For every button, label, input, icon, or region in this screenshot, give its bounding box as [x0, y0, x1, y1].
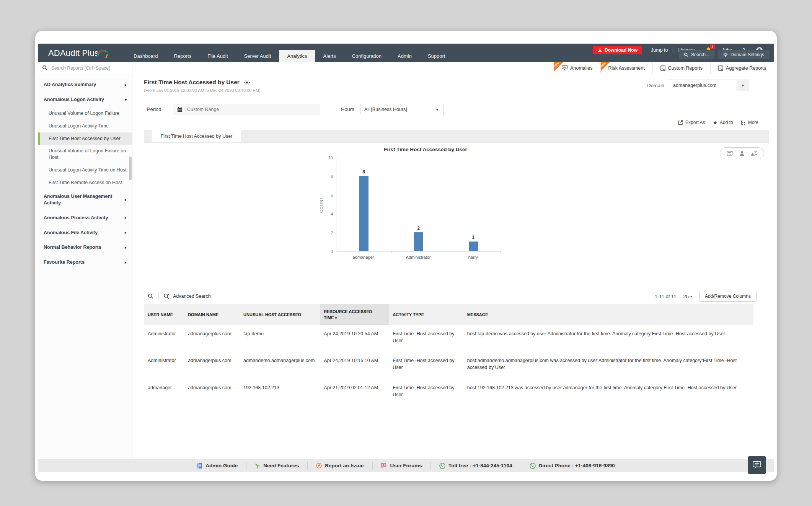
x-axis-tick	[501, 251, 501, 253]
tab-first-time-host-accessed[interactable]: First Time Host Accessed by User	[151, 130, 242, 142]
app-logo[interactable]: ADAudit Plus	[48, 46, 109, 60]
main-nav: Dashboard Reports File Audit Server Audi…	[126, 50, 453, 62]
live-chat-button[interactable]	[748, 456, 766, 474]
export-as-button[interactable]: Export As	[678, 120, 705, 125]
direct-phone[interactable]: Direct Phone : +1-408-916-9890	[521, 462, 623, 470]
more-tree-icon	[741, 120, 746, 125]
global-search-button[interactable]: Search...	[679, 50, 714, 59]
topbar-tools: Search... Domain Settings	[679, 50, 769, 59]
download-now-label: Download Now	[605, 47, 638, 53]
sidebar-item-anomalous-logon-activity[interactable]: Anomalous Logon Activity ▾	[38, 92, 132, 107]
page-size-value: 25	[683, 294, 688, 299]
export-icon	[678, 120, 683, 125]
sidebar-item-ad-analytics-summary[interactable]: AD Analytics Summary ▸	[38, 77, 132, 92]
nav-alerts[interactable]: Alerts	[315, 50, 344, 62]
nav-support[interactable]: Support	[420, 50, 453, 62]
col-user-name[interactable]: USER NAME	[144, 304, 184, 325]
cell-domain: admanagerplus.com	[184, 352, 240, 379]
sidebar-search	[38, 62, 132, 74]
advanced-search-icon[interactable]	[163, 293, 170, 299]
nav-configuration[interactable]: Configuration	[344, 50, 390, 62]
add-to-button[interactable]: ★ Add to	[713, 119, 733, 126]
table-row[interactable]: admanager admanagerplus.com 192.168.102.…	[144, 379, 753, 406]
more-button[interactable]: More	[741, 120, 758, 125]
custom-reports-button[interactable]: Custom Reports	[652, 62, 710, 74]
bar-harry[interactable]	[469, 242, 478, 251]
bar-admanager[interactable]	[359, 176, 368, 251]
table-row[interactable]: Administrator admanagerplus.com admandem…	[144, 352, 753, 379]
sidebar-item-label: Anomalous User Management Activity	[44, 193, 116, 206]
bar-value-label: 8	[362, 169, 365, 175]
domain-selector: Domain admanagerplus.com ▾	[647, 80, 749, 91]
aggregate-reports-button[interactable]: Aggregate Reports	[710, 62, 774, 74]
col-activity-type[interactable]: ACTIVITY TYPE	[389, 304, 463, 325]
add-to-label: Add to	[720, 120, 733, 125]
need-features-link[interactable]: Need Features	[246, 462, 307, 470]
nav-analytics[interactable]: Analytics	[279, 50, 315, 62]
sun-icon	[244, 80, 250, 85]
sidebar-item-first-time-host-accessed[interactable]: First Time Host Accessed by User	[38, 132, 132, 145]
sidebar-item-unusual-volume-logon-failure-host[interactable]: Unusual Volume of Logon Failure on Host	[38, 145, 132, 164]
chevron-down-icon: ▾	[690, 294, 692, 299]
search-reports-input[interactable]	[51, 65, 128, 71]
sidebar-item-unusual-volume-logon-failure[interactable]: Unusual Volume of Logon Failure	[38, 107, 132, 120]
user-chart-icon[interactable]	[739, 150, 745, 157]
chart-panel: First Time Host Accessed by User COUNT 1…	[144, 143, 769, 288]
sidebar-item-anomalous-file-activity[interactable]: Anomalous File Activity ▸	[38, 225, 132, 240]
sidebar-item-normal-behavior-reports[interactable]: Normal Behavior Reports ▸	[38, 240, 132, 255]
chart-add-icon[interactable]	[727, 150, 734, 157]
risk-assessment-button[interactable]: NEW Risk Assessment	[600, 62, 652, 74]
period-picker[interactable]: Custom Range	[173, 104, 320, 115]
toll-free-phone[interactable]: Toll free : +1-844-245-1104	[430, 462, 521, 470]
need-features-label: Need Features	[263, 463, 299, 468]
nav-file-audit[interactable]: File Audit	[199, 50, 236, 62]
advanced-search-label[interactable]: Advanced Search	[173, 294, 211, 299]
results-table: USER NAME DOMAIN NAME UNUSUAL HOST ACCES…	[144, 304, 753, 406]
sidebar-item-first-time-remote-access-host[interactable]: First Time Remote Access on Host	[38, 176, 132, 189]
sidebar-item-anomalous-user-management[interactable]: Anomalous User Management Activity ▸	[38, 189, 132, 211]
bar-value-label: 2	[417, 225, 420, 231]
jump-to-link[interactable]: Jump to	[646, 47, 673, 54]
download-icon	[598, 48, 602, 52]
sidebar-item-unusual-logon-activity-time[interactable]: Unusual Logon Activity Time	[38, 120, 132, 132]
quick-search-icon[interactable]	[148, 293, 154, 299]
pencil-circle-icon	[316, 463, 322, 468]
chart-refresh-icon[interactable]	[750, 150, 757, 157]
col-domain-name[interactable]: DOMAIN NAME	[184, 304, 240, 325]
sidebar-item-anomalous-process-activity[interactable]: Anomalous Process Activity ▸	[38, 211, 132, 225]
sidebar-item-label: Anomalous Process Activity	[44, 215, 108, 221]
nav-reports[interactable]: Reports	[166, 50, 200, 62]
col-label: RESOURCE ACCESSED TIME	[324, 309, 372, 320]
page-size-dropdown[interactable]: 25 ▾	[683, 294, 692, 299]
bar-administrator[interactable]	[414, 232, 423, 251]
caret-right-icon: ▸	[125, 260, 127, 265]
cell-message: host:fap-demo was accessed by user:Admin…	[463, 325, 753, 352]
add-remove-columns-button[interactable]: Add/Remove Columns	[699, 291, 757, 302]
sidebar-item-unusual-logon-activity-time-host[interactable]: Unusual Logon Activity Time on Host	[38, 164, 132, 176]
sidebar-scrollbar[interactable]	[129, 157, 132, 180]
sidebar-item-favourite-reports[interactable]: Favourite Reports ▸	[38, 255, 132, 270]
col-resource-accessed-time[interactable]: RESOURCE ACCESSED TIME▾	[320, 304, 389, 325]
anomalies-button[interactable]: NEW Anomalies	[554, 62, 600, 74]
cell-message: host:192.168.102.213 was accessed by use…	[463, 379, 753, 406]
custom-reports-label: Custom Reports	[668, 65, 703, 71]
user-forums-link[interactable]: User Forums	[372, 462, 430, 470]
caret-down-icon: ▾	[125, 97, 127, 103]
download-now-button[interactable]: Download Now	[593, 46, 642, 54]
y-axis-ticks: 10 8 6 4 2 0	[324, 158, 336, 251]
nav-admin[interactable]: Admin	[390, 50, 420, 62]
admin-guide-link[interactable]: Admin Guide	[189, 462, 246, 470]
x-axis-labels: admanager Administrator harry	[336, 251, 501, 260]
domain-settings-button[interactable]: Domain Settings	[718, 50, 769, 59]
report-issue-link[interactable]: Report an Issue	[307, 462, 372, 470]
table-row[interactable]: Administrator admanagerplus.com fap-demo…	[144, 325, 753, 352]
hours-dropdown[interactable]: All [Business Hours] ▾	[360, 104, 444, 115]
nav-dashboard[interactable]: Dashboard	[126, 50, 166, 62]
nav-server-audit[interactable]: Server Audit	[236, 50, 279, 62]
bar-value-label: 1	[472, 235, 474, 240]
domain-dropdown[interactable]: admanagerplus.com ▾	[669, 80, 749, 91]
report-issue-label: Report an Issue	[325, 463, 364, 468]
col-unusual-host[interactable]: UNUSUAL HOST ACCESSED	[240, 304, 320, 325]
col-message[interactable]: MESSAGE	[463, 304, 753, 325]
bar-group: 1	[446, 158, 501, 251]
